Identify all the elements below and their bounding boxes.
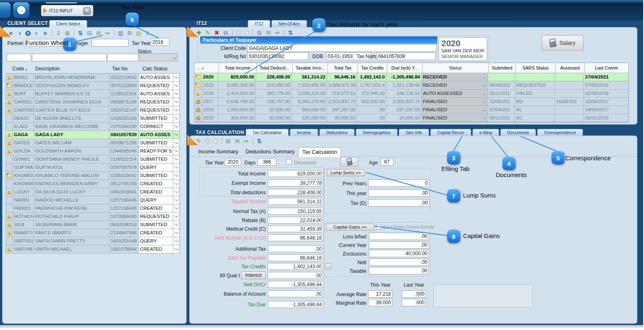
first-icon[interactable]: « <box>7 30 14 36</box>
salary-button[interactable]: Salary <box>542 35 583 51</box>
mail-icon[interactable]: ✉ <box>95 30 102 36</box>
reject-icon[interactable]: ✘ <box>244 30 250 36</box>
return-row-2019[interactable]: 20199,990,300.00310,000.007,229,800.003,… <box>194 81 628 90</box>
exit-icon[interactable]: ⇨ <box>104 30 111 36</box>
column-header-total-tax[interactable]: Total Tax <box>328 63 358 73</box>
column-header-due-by-to-y[interactable]: Due by/to Y... <box>387 63 423 73</box>
sort-icon[interactable]: ⇅ <box>77 30 84 36</box>
calc-status-dropdown-icon[interactable] <box>173 180 179 188</box>
last-icon[interactable]: » <box>42 30 49 36</box>
record-icon[interactable]: 0 <box>25 31 31 36</box>
client-row-rothchi[interactable]: ROTHCHIROTHCHILD PHILIP1070066640REQUEST… <box>6 213 179 221</box>
manager-input[interactable] <box>92 39 129 47</box>
client-row-ela01[interactable]: ELA01BASIL ERASMUS WELCOME2376384190CORR… <box>6 123 179 131</box>
value-total-income[interactable]: 829,000.00 <box>268 170 323 177</box>
nav-button-partial[interactable] <box>0 2 11 18</box>
column-header-taxable-inco[interactable]: Taxable Inco... <box>293 63 328 73</box>
calc-status-dropdown-icon[interactable] <box>173 221 179 229</box>
code-filter-input[interactable] <box>7 54 31 61</box>
tab-it12[interactable]: IT12 <box>248 20 270 27</box>
client-row-bradley[interactable]: BRADLEYOOSTHUIZEN BRADLEY0075123869REQUE… <box>6 82 179 90</box>
client-row-gates[interactable]: GATESGATES WILLIAM0658871199SUBMITTED <box>6 139 179 147</box>
return-row-2020[interactable]: 2020829,000.00228,408.00561,314.2296,646… <box>194 73 628 81</box>
return-row-2015[interactable]: 2015300,000.0080,000.00220,000.0030,055.… <box>194 114 628 122</box>
client-row-br001[interactable]: BR001BRUYN JOHN HENDRINNA0322210642AUTO … <box>6 74 179 82</box>
calc-status-dropdown-icon[interactable] <box>173 131 179 139</box>
document-tab-it12-input[interactable]: IT12 INPUT ✕ <box>41 5 93 16</box>
value-nett-normal-a-b-c-d[interactable]: 96,646.16 <box>268 234 323 241</box>
client-row-know001[interactable]: KNOW001KNOWLES BRANDEN ARMY0812755155CRE… <box>6 180 179 188</box>
calc-status-dropdown-icon[interactable] <box>173 90 179 98</box>
tab-income[interactable]: Income <box>290 129 318 136</box>
calc-status-dropdown-icon[interactable] <box>173 164 179 171</box>
status-dropdown[interactable]: RECEIVED <box>422 81 488 89</box>
tab-e-filing[interactable]: e-filing <box>472 129 499 136</box>
client-row-golda[interactable]: GOLDAGOLDSMITH AARON1344005846READY FOR … <box>6 147 179 155</box>
value-medical-credit-c[interactable]: 31,459.39 <box>268 225 323 232</box>
marginal-rate-this-year[interactable]: 39.000 <box>368 299 393 306</box>
column-header-[interactable]: ...▾ <box>194 63 219 73</box>
column-header-total-income[interactable]: Total Income <box>219 63 257 73</box>
status-dropdown[interactable]: FINALISED <box>422 114 488 122</box>
delete-icon[interactable]: ✖ <box>213 29 220 36</box>
value-balance-of-account[interactable]: .00 <box>268 290 323 297</box>
tax-year-input[interactable] <box>151 38 169 46</box>
column-header-submitted[interactable]: Submitted <box>489 63 516 73</box>
return-row-2017[interactable]: 20176,636,799.00199,707.006,356,279.802,… <box>194 98 628 106</box>
import-icon[interactable]: ⇩ <box>55 30 62 36</box>
approve-icon[interactable]: ✔ <box>235 30 242 36</box>
layout-icon[interactable]: ▥ <box>117 30 124 36</box>
client-row-gaga[interactable]: GAGAGAGA LADY0841057839AUTO ASSES <box>6 131 179 139</box>
average-rate-this-year[interactable]: 17.218 <box>368 290 393 298</box>
status-dropdown[interactable]: RECEIVED <box>422 73 488 81</box>
column-header-assessed[interactable]: Assessed <box>556 63 585 73</box>
export-icon[interactable]: ⇓ <box>144 30 151 36</box>
client-row-dek01[interactable]: DEK01DE KLERK ANELLITE1016020156SUBMITTE… <box>6 114 179 123</box>
client-row-gon01[interactable]: GON01GONTSANA WENDY PHILILE1138522154SUB… <box>6 155 179 164</box>
value-total-deductions[interactable]: 228,408.00 <box>268 189 323 196</box>
average-rate-last-year[interactable]: .000 <box>402 290 426 298</box>
calc-status-dropdown-icon[interactable] <box>173 237 179 245</box>
value-exempt-income[interactable]: 39,277.78 <box>268 180 323 186</box>
client-row-car001[interactable]: CAR001CARSTENS JOHANNES EG140658871199RE… <box>6 98 179 106</box>
calculate-button[interactable] <box>340 157 358 166</box>
grid-icon[interactable]: ⊞ <box>64 30 71 36</box>
calc-status-dropdown-icon[interactable] <box>173 123 179 130</box>
calc-status-dropdown-icon[interactable] <box>173 74 179 81</box>
tab-documents[interactable]: Documents <box>500 129 536 136</box>
value-taxable-income[interactable]: 561,314.22 <box>268 198 323 205</box>
calc-status-dropdown-icon[interactable] <box>173 229 179 237</box>
status-dropdown[interactable]: FINALISED <box>422 98 488 106</box>
tab-stm-of-acc[interactable]: Stm Of Acc <box>271 20 307 27</box>
edit-icon[interactable]: ✎ <box>204 29 211 36</box>
calc-status-dropdown-icon[interactable] <box>173 82 179 90</box>
value-89-quat-i[interactable]: .00 <box>268 272 323 279</box>
calc-status-dropdown-icon[interactable] <box>173 172 179 180</box>
tab-demographics[interactable]: Demographics <box>356 129 398 136</box>
client-row-guptaa[interactable]: GUPTAAGUPTA ATUL0097087878QUERY <box>6 164 179 172</box>
tab-gen-info[interactable]: Gen Info <box>399 129 429 136</box>
sort-icon[interactable]: ⇅ <box>287 29 294 36</box>
calc-status-dropdown-icon[interactable] <box>173 213 179 220</box>
column-header-total-deducti[interactable]: Total Deducti... <box>257 63 293 73</box>
calc-status-dropdown-icon[interactable] <box>173 245 179 253</box>
value-total-tax-payable[interactable]: 96,646.16 <box>268 254 323 261</box>
print-icon[interactable]: ⊟ <box>256 29 263 36</box>
client-row-khum001[interactable]: KHUM001KHUMALO TERVINE MALUSI1199153642S… <box>6 172 179 180</box>
tax-no-filter-input[interactable] <box>107 54 138 61</box>
close-icon[interactable]: ✕ <box>83 7 91 15</box>
client-row-silb[interactable]: SILBSILBERMAN MARK0642698153SUBMITTED <box>6 221 179 229</box>
next-icon[interactable]: › <box>33 30 40 36</box>
calc-status-dropdown-icon[interactable] <box>173 155 179 163</box>
interest-button[interactable]: Interest <box>241 272 266 279</box>
tab-capital-recon[interactable]: Capital Recon <box>430 129 471 136</box>
mail-icon[interactable]: ✉ <box>265 29 272 36</box>
tax-credits-more-button[interactable]: ... <box>325 263 332 269</box>
marginal-rate-last-year[interactable]: .000 <box>402 299 426 306</box>
tab-deductions[interactable]: Deductions <box>319 129 355 136</box>
client-row-lucky[interactable]: LUCKYDA SILVA EG16 LUCKY0461503641CREATE… <box>6 188 179 196</box>
prev-icon[interactable]: ‹ <box>16 30 23 36</box>
column-header-calc-status[interactable]: Calc Status <box>142 66 167 72</box>
return-row-2016[interactable]: 20161,000,000.0050,000.00950,000.00297,2… <box>194 106 628 114</box>
column-header-code[interactable]: Code ▴ <box>12 66 27 72</box>
